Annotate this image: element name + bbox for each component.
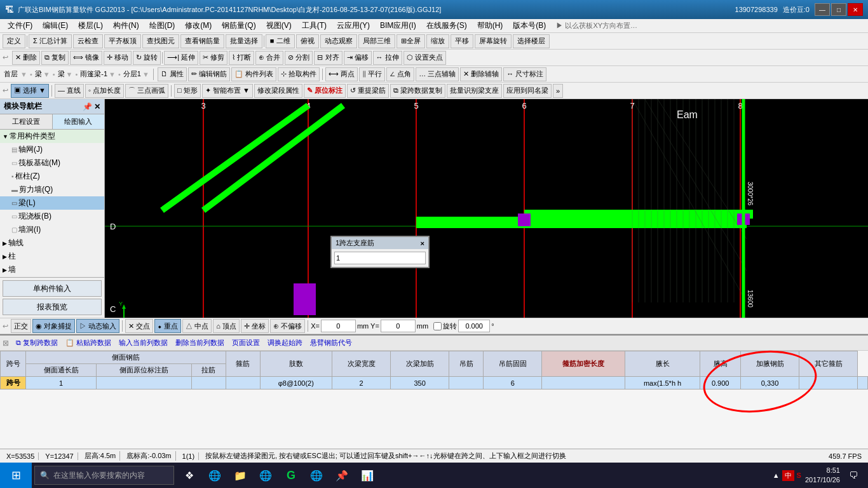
td-stirrup[interactable]: φ8@100(2) xyxy=(260,377,332,390)
menu-edit[interactable]: 编辑(E) xyxy=(37,19,73,32)
menu-online[interactable]: 在线服务(S) xyxy=(421,19,472,32)
btn-input-col[interactable]: 输入当前列数据 xyxy=(116,337,171,349)
nav-item-column[interactable]: ▪框柱(Z) xyxy=(0,170,104,183)
tray-icon1[interactable]: ▲ xyxy=(773,471,780,479)
taskbar-start[interactable]: ⊞ xyxy=(0,463,32,488)
btn-orig-mark[interactable]: ✎ 原位标注 xyxy=(304,84,346,98)
nav-section-wall[interactable]: ▶墙 xyxy=(0,263,104,276)
beam-dialog-close[interactable]: × xyxy=(421,240,424,247)
btn-del-aux[interactable]: ✕ 删除辅轴 xyxy=(460,67,502,81)
btn-single-input[interactable]: 单构件输入 xyxy=(3,280,102,297)
maximize-btn[interactable]: □ xyxy=(831,3,846,16)
btn-copy-span-data[interactable]: ⧉ 复制跨数据 xyxy=(13,337,61,349)
td-sec-add[interactable] xyxy=(449,377,484,390)
btn-report[interactable]: 报表预览 xyxy=(3,299,102,315)
td-hang-fix[interactable] xyxy=(542,377,625,390)
td-sec-width[interactable]: 350 xyxy=(391,377,449,390)
td-wing-len[interactable]: 0.900 xyxy=(700,377,741,390)
btn-del-col[interactable]: 删除当前列数据 xyxy=(172,337,227,349)
tool-define[interactable]: 定义 xyxy=(3,34,25,48)
tool-cloud-check[interactable]: 云检查 xyxy=(73,34,103,48)
tool-grip[interactable]: ⬡ 设置夹点 xyxy=(403,51,446,65)
menu-version[interactable]: 版本号(B) xyxy=(508,19,551,32)
rotate-check[interactable] xyxy=(433,322,442,330)
nav-item-common[interactable]: ▼ 常用构件类型 xyxy=(0,130,104,143)
btn-batch-id[interactable]: 批量识别梁支座 xyxy=(447,84,502,98)
nav-item-beam[interactable]: ▭梁(L) xyxy=(0,196,104,210)
btn-dynamic[interactable]: ▷ 动态输入 xyxy=(76,319,119,333)
tray-lang[interactable]: 中 xyxy=(782,470,794,481)
canvas-area[interactable]: 3 4 5 6 7 8 D C xyxy=(105,99,868,318)
btn-mod-seg[interactable]: 修改梁段属性 xyxy=(254,84,302,98)
btn-orthogonal[interactable]: 正交 xyxy=(11,319,31,333)
td-side-note[interactable] xyxy=(191,377,226,390)
btn-edit-rebar[interactable]: ✏ 编辑钢筋 xyxy=(188,67,230,81)
btn-select[interactable]: ▣ 选择 ▼ xyxy=(11,84,49,98)
tool-rotate[interactable]: ↻ 旋转 xyxy=(133,51,161,65)
td-other[interactable] xyxy=(858,377,868,390)
tool-topview[interactable]: 俯视 xyxy=(296,34,319,48)
taskbar-icon-taskview[interactable]: ❖ xyxy=(177,463,202,488)
menu-file[interactable]: 文件(F) xyxy=(3,19,37,32)
btn-midpoint[interactable]: △ 中点 xyxy=(182,319,212,333)
taskbar-search[interactable]: 🔍 在这里输入你要搜索的内容 xyxy=(34,466,174,485)
taskbar-notification[interactable]: 🗨 xyxy=(844,463,863,488)
tool-zoom[interactable]: 缩放 xyxy=(426,34,449,48)
taskbar-icon-chart[interactable]: 📊 xyxy=(355,463,380,488)
btn-two-pts[interactable]: ⟷ 两点 xyxy=(325,67,358,81)
tool-dynamic[interactable]: 动态观察 xyxy=(320,34,357,48)
tray-icon-s[interactable]: S xyxy=(797,471,801,479)
taskbar-icon-browser[interactable]: 🌐 xyxy=(202,463,227,488)
nav-item-raft[interactable]: ▭筏板基础(M) xyxy=(0,156,104,170)
btn-more[interactable]: » xyxy=(553,84,563,98)
tool-screen-rotate[interactable]: 屏幕旋转 xyxy=(475,34,512,48)
nav-item-slab[interactable]: ▭现浇板(B) xyxy=(0,210,104,223)
tool-align[interactable]: ⊟ 对齐 xyxy=(314,51,342,65)
tool-pan[interactable]: 平移 xyxy=(451,34,473,48)
btn-parallel[interactable]: ∥ 平行 xyxy=(359,67,385,81)
td-dense-len[interactable]: max(1.5*h h xyxy=(625,377,700,390)
nav-item-axis[interactable]: ▤轴网(J) xyxy=(0,143,104,156)
tool-stretch[interactable]: ↔ 拉伸 xyxy=(373,51,402,65)
tool-merge[interactable]: ⊕ 合并 xyxy=(255,51,283,65)
taskbar-icon-folder[interactable]: 📁 xyxy=(227,463,253,488)
tab-drawing[interactable]: 绘图输入 xyxy=(53,114,105,129)
btn-no-offset[interactable]: ⊕ 不偏移 xyxy=(270,319,305,333)
panel-controls[interactable]: 📌 ✕ xyxy=(83,102,100,111)
btn-3pt-arc[interactable]: ⌒ 三点画弧 xyxy=(125,84,168,98)
tool-trim[interactable]: ✂ 修剪 xyxy=(200,51,227,65)
taskbar-icon-ie[interactable]: 🌐 xyxy=(253,463,278,488)
tool-mirror[interactable]: ⟺ 镜像 xyxy=(70,51,102,65)
btn-intersect[interactable]: ✕ 交点 xyxy=(125,319,153,333)
td-hang[interactable]: 6 xyxy=(484,377,542,390)
nav-item-opening[interactable]: ▢墙洞(I) xyxy=(0,223,104,236)
btn-dim[interactable]: ↔ 尺寸标注 xyxy=(503,67,546,81)
menu-draw[interactable]: 绘图(D) xyxy=(144,19,180,32)
btn-pick[interactable]: ⊹ 拾取构件 xyxy=(278,67,320,81)
btn-property[interactable]: 🗋 属性 xyxy=(158,67,187,81)
menu-modify[interactable]: 修改(M) xyxy=(180,19,217,32)
menu-floor[interactable]: 楼层(L) xyxy=(73,19,108,32)
menu-rebar[interactable]: 钢筋量(Q) xyxy=(217,19,261,32)
tool-batch-select[interactable]: 批量选择 xyxy=(226,34,262,48)
taskbar-time-block[interactable]: 8:51 2017/10/26 xyxy=(805,466,840,485)
menu-tools[interactable]: 工具(T) xyxy=(297,19,332,32)
x-input[interactable] xyxy=(321,320,356,332)
btn-comp-list[interactable]: 📋 构件列表 xyxy=(231,67,276,81)
tool-view-rebar[interactable]: 查看钢筋量 xyxy=(180,34,224,48)
td-span-val[interactable]: 1 xyxy=(26,377,97,390)
btn-pt-len[interactable]: ◦ 点加长度 xyxy=(85,84,124,98)
nav-section-axis[interactable]: ▶轴线 xyxy=(0,236,104,250)
btn-copy-span[interactable]: ⧉ 梁跨数据复制 xyxy=(390,84,445,98)
menu-cloud[interactable]: 云应用(Y) xyxy=(332,19,375,32)
td-wing-bar[interactable] xyxy=(799,377,858,390)
btn-endpoint[interactable]: ⬥ 重点 xyxy=(154,319,181,333)
nav-section-col[interactable]: ▶柱 xyxy=(0,250,104,263)
menu-bim[interactable]: BIM应用(I) xyxy=(375,19,421,32)
menu-view[interactable]: 视图(V) xyxy=(261,19,297,32)
btn-apply-same[interactable]: 应用到同名梁 xyxy=(503,84,552,98)
btn-swap-start[interactable]: 调换起始跨 xyxy=(264,337,306,349)
menu-help[interactable]: 帮助(H) xyxy=(472,19,508,32)
tool-floor-select[interactable]: 选择楼层 xyxy=(513,34,550,48)
taskbar-icon-globe[interactable]: 🌐 xyxy=(304,463,329,488)
